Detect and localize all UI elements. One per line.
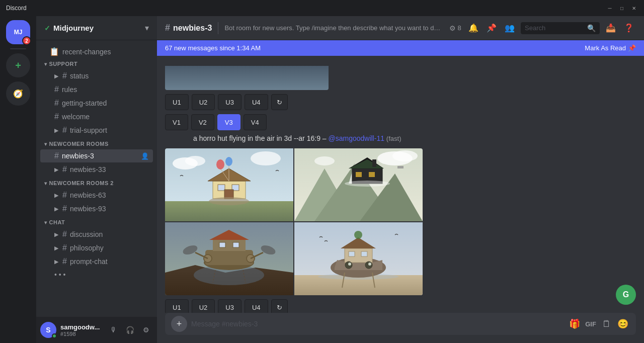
server-icon-midjourney[interactable]: MJ 2 xyxy=(6,20,30,44)
hash-icon: # xyxy=(54,85,59,94)
category-header-chat[interactable]: ▾ CHAT xyxy=(36,217,157,227)
maximize-button[interactable]: □ xyxy=(618,4,626,12)
gif-button[interactable]: GIF xyxy=(584,317,598,331)
image-bottom-left[interactable] xyxy=(165,222,293,295)
refresh-button-top[interactable]: ↻ xyxy=(271,94,288,110)
server-name: ✓ Midjourney xyxy=(44,24,94,32)
u3-button-bottom[interactable]: U3 xyxy=(218,299,242,313)
microphone-button[interactable]: 🎙 xyxy=(107,323,121,337)
svg-point-10 xyxy=(209,197,249,205)
status-dot xyxy=(52,333,57,338)
message-input[interactable] xyxy=(191,315,564,333)
add-attachment-button[interactable]: + xyxy=(171,316,187,332)
explore-servers-button[interactable]: 🧭 xyxy=(6,81,30,106)
channel-item-newbies-3[interactable]: # newbies-3 👤 xyxy=(40,149,153,162)
members-button[interactable]: 👥 xyxy=(503,21,517,35)
emoji-button[interactable]: 😊 xyxy=(616,317,630,331)
mention-tag[interactable]: @samgoodwill-11 xyxy=(328,134,384,142)
help-button[interactable]: ❓ xyxy=(622,21,636,35)
inbox-button[interactable]: 📥 xyxy=(604,21,618,35)
category-newcomer-rooms-2: ▾ NEWCOMER ROOMS 2 ▶ # newbies-63 ▶ # ne… xyxy=(36,178,157,215)
message-input-box: + 🎁 GIF 🗒 😊 xyxy=(165,313,636,335)
v3-button-top[interactable]: V3 xyxy=(217,114,240,130)
svg-point-21 xyxy=(392,150,418,161)
server-header[interactable]: ✓ Midjourney ▾ xyxy=(36,16,157,40)
category-label: SUPPORT xyxy=(49,61,78,67)
channel-item-newbies-33[interactable]: ▶ # newbies-33 xyxy=(40,163,153,176)
channel-item-more[interactable]: • • • xyxy=(40,269,153,281)
hash-icon: # xyxy=(62,243,67,252)
minimize-button[interactable]: ─ xyxy=(606,4,614,12)
house-image-svg-br xyxy=(294,222,423,295)
channel-hash-icon: # xyxy=(165,23,170,33)
settings-button[interactable]: ⚙ xyxy=(139,323,153,337)
u2-button-top[interactable]: U2 xyxy=(192,94,215,110)
u4-button-top[interactable]: U4 xyxy=(245,94,268,110)
svg-point-61 xyxy=(368,263,371,266)
close-button[interactable]: ✕ xyxy=(630,4,638,12)
svg-point-14 xyxy=(225,157,232,166)
hash-icon: # xyxy=(62,165,67,174)
u3-button-top[interactable]: U3 xyxy=(218,94,242,110)
svg-rect-36 xyxy=(213,240,246,251)
add-server-button[interactable]: + xyxy=(6,53,30,77)
channel-item-trial-support[interactable]: ▶ # trial-support xyxy=(40,124,153,137)
notification-button[interactable]: 🔔 xyxy=(466,21,480,35)
gift-button[interactable]: 🎁 xyxy=(568,317,582,331)
image-top-left[interactable] xyxy=(165,148,293,221)
v4-button-top[interactable]: V4 xyxy=(244,114,267,130)
u4-button-bottom[interactable]: U4 xyxy=(245,299,268,313)
channel-item-philosophy[interactable]: ▶ # philosophy xyxy=(40,241,153,254)
hash-icon: # xyxy=(62,204,67,213)
svg-rect-27 xyxy=(369,172,375,177)
channel-item-getting-started[interactable]: # getting-started xyxy=(40,97,153,110)
expand-arrow-icon: ▶ xyxy=(54,73,58,79)
svg-rect-28 xyxy=(372,159,376,167)
sticker-button[interactable]: 🗒 xyxy=(600,317,614,331)
new-messages-banner: 67 new messages since 1:34 AM Mark As Re… xyxy=(157,40,644,56)
svg-point-3 xyxy=(185,156,205,166)
header-divider xyxy=(218,22,218,34)
headset-button[interactable]: 🎧 xyxy=(123,323,137,337)
channel-name: trial-support xyxy=(70,126,149,134)
channel-item-prompt-chat[interactable]: ▶ # prompt-chat xyxy=(40,255,153,268)
image-top-right[interactable] xyxy=(294,148,423,221)
svg-rect-7 xyxy=(218,185,225,191)
category-header-newcomer-rooms[interactable]: ▾ NEWCOMER ROOMS xyxy=(36,139,157,149)
channel-name: status xyxy=(70,72,149,80)
mark-as-read-button[interactable]: Mark As Read 📌 xyxy=(585,44,636,52)
v2-button-top[interactable]: V2 xyxy=(191,114,214,130)
svg-rect-56 xyxy=(349,251,355,256)
image-bottom-right[interactable] xyxy=(294,222,423,295)
pin-button[interactable]: 📌 xyxy=(485,21,499,35)
expand-arrow-icon: ▶ xyxy=(54,259,58,265)
u2-button-bottom[interactable]: U2 xyxy=(192,299,215,313)
channel-item-newbies-63[interactable]: ▶ # newbies-63 xyxy=(40,189,153,202)
top-v-buttons-row: V1 V2 V3 V4 xyxy=(157,112,644,132)
v1-button-top[interactable]: V1 xyxy=(165,114,188,130)
channel-item-recent-changes[interactable]: 📋 recent-changes xyxy=(40,45,153,58)
reaction-avatar[interactable]: G xyxy=(616,285,636,305)
messages-area[interactable]: U1 U2 U3 U4 ↻ V1 V2 V3 V4 a horro hut fl… xyxy=(157,56,644,313)
search-input[interactable] xyxy=(525,24,585,32)
category-header-newcomer-rooms-2[interactable]: ▾ NEWCOMER ROOMS 2 xyxy=(36,178,157,188)
arrow-icon: ▾ xyxy=(44,181,47,186)
channel-name: newbies-63 xyxy=(70,191,149,199)
channel-item-status[interactable]: ▶ # status xyxy=(40,69,153,82)
channel-name: philosophy xyxy=(70,244,149,252)
category-label: NEWCOMER ROOMS 2 xyxy=(49,180,114,186)
channel-item-discussion[interactable]: ▶ # discussion xyxy=(40,228,153,241)
threads-button[interactable]: ⚙ 8 xyxy=(448,21,462,35)
expand-arrow-icon: ▶ xyxy=(54,231,58,238)
svg-rect-57 xyxy=(361,251,367,256)
channel-item-newbies-93[interactable]: ▶ # newbies-93 xyxy=(40,202,153,215)
app-title: Discord xyxy=(6,5,27,12)
channel-item-rules[interactable]: # rules xyxy=(40,83,153,96)
refresh-button-bottom[interactable]: ↻ xyxy=(271,299,288,313)
channel-description: Bot room for new users. Type /imagine th… xyxy=(224,24,442,32)
u1-button-bottom[interactable]: U1 xyxy=(165,299,189,313)
u1-button-top[interactable]: U1 xyxy=(165,94,189,110)
category-header-support[interactable]: ▾ SUPPORT xyxy=(36,59,157,69)
channel-item-welcome[interactable]: # welcome xyxy=(40,110,153,123)
svg-rect-45 xyxy=(233,242,239,247)
